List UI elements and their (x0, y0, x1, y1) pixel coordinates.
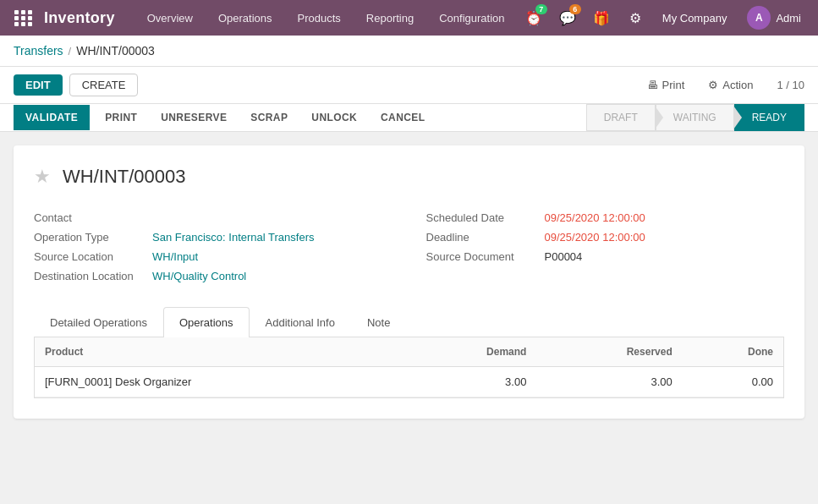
main-content: ★ WH/INT/00003 Contact Operation Type Sa… (0, 132, 818, 470)
source-location-value[interactable]: WH/Input (152, 250, 198, 263)
fields-left: Contact Operation Type San Francisco: In… (34, 208, 393, 286)
navbar-right: ⏰ 7 💬 6 🎁 ⚙ My Company A Admi (520, 3, 808, 33)
unlock-button[interactable]: UNLOCK (303, 105, 365, 130)
scheduled-date-label: Scheduled Date (426, 211, 536, 224)
form-card: ★ WH/INT/00003 Contact Operation Type Sa… (14, 145, 804, 419)
action-label: Action (722, 79, 753, 91)
gift-icon: 🎁 (593, 10, 610, 26)
create-button[interactable]: CREATE (69, 74, 139, 96)
grid-dots-icon (14, 10, 33, 26)
field-scheduled-date: Scheduled Date 09/25/2020 12:00:00 (426, 208, 785, 227)
print-icon: 🖶 (647, 79, 658, 91)
tab-additional-info[interactable]: Additional Info (250, 307, 351, 337)
nav-overview[interactable]: Overview (135, 5, 205, 31)
favorite-star-icon[interactable]: ★ (34, 166, 51, 188)
deadline-value: 09/25/2020 12:00:00 (545, 231, 645, 244)
clock-notification-btn[interactable]: ⏰ 7 (520, 4, 547, 31)
nav-operations[interactable]: Operations (206, 5, 284, 31)
breadcrumb-bar: Transfers / WH/INT/00003 (0, 36, 818, 67)
cell-demand: 3.00 (404, 367, 537, 397)
user-menu[interactable]: A Admi (740, 3, 808, 33)
settings-icon-btn[interactable]: ⚙ (622, 4, 649, 31)
status-bar: VALIDATE PRINT UNRESERVE SCRAP UNLOCK CA… (0, 104, 818, 132)
table-body: [FURN_0001] Desk Organizer 3.00 3.00 0.0… (35, 367, 783, 397)
chat-notification-btn[interactable]: 💬 6 (554, 4, 581, 31)
source-document-label: Source Document (426, 250, 536, 263)
form-title-row: ★ WH/INT/00003 (34, 166, 784, 188)
nav-configuration[interactable]: Configuration (427, 5, 516, 31)
operation-type-label: Operation Type (34, 231, 144, 244)
nav-products[interactable]: Products (286, 5, 353, 31)
field-deadline: Deadline 09/25/2020 12:00:00 (426, 227, 785, 247)
source-location-label: Source Location (34, 250, 144, 263)
cancel-button[interactable]: CANCEL (372, 105, 433, 130)
cell-done: 0.00 (683, 367, 783, 397)
status-steps: DRAFT WAITING READY (586, 104, 804, 131)
nav-reporting[interactable]: Reporting (354, 5, 425, 31)
cell-product: [FURN_0001] Desk Organizer (35, 367, 404, 397)
gear-icon: ⚙ (629, 10, 641, 26)
scrap-button[interactable]: SCRAP (242, 105, 296, 130)
tabs-bar: Detailed Operations Operations Additiona… (34, 306, 784, 337)
tab-note[interactable]: Note (351, 307, 406, 337)
table-header: Product Demand Reserved Done (35, 337, 783, 367)
cell-reserved: 3.00 (536, 367, 682, 397)
status-ready[interactable]: READY (734, 104, 804, 131)
contact-label: Contact (34, 211, 144, 224)
destination-location-value[interactable]: WH/Quality Control (152, 270, 246, 282)
breadcrumb-parent[interactable]: Transfers (14, 44, 63, 58)
form-title: WH/INT/00003 (63, 166, 186, 188)
app-grid-icon[interactable] (10, 4, 37, 31)
tab-operations[interactable]: Operations (163, 307, 250, 337)
navbar: Inventory Overview Operations Products R… (0, 0, 818, 36)
status-waiting[interactable]: WAITING (656, 104, 734, 131)
col-demand: Demand (404, 337, 537, 367)
col-product: Product (35, 337, 404, 367)
action-button[interactable]: ⚙ Action (700, 74, 761, 96)
operations-table: Product Demand Reserved Done [FURN_0001]… (35, 337, 783, 397)
deadline-label: Deadline (426, 231, 536, 244)
breadcrumb-separator: / (69, 45, 72, 58)
breadcrumb-current: WH/INT/00003 (76, 44, 155, 58)
company-name[interactable]: My Company (656, 8, 734, 28)
print-button[interactable]: 🖶 Print (639, 74, 694, 96)
cog-icon: ⚙ (708, 79, 718, 91)
tab-content-operations: Product Demand Reserved Done [FURN_0001]… (34, 337, 784, 398)
field-source-document: Source Document P00004 (426, 247, 785, 266)
scheduled-date-value: 09/25/2020 12:00:00 (545, 211, 645, 224)
col-reserved: Reserved (536, 337, 682, 367)
destination-location-label: Destination Location (34, 270, 144, 282)
navbar-menu: Overview Operations Products Reporting C… (135, 5, 520, 31)
form-fields: Contact Operation Type San Francisco: In… (34, 208, 784, 286)
app-brand: Inventory (44, 9, 115, 27)
validate-button[interactable]: VALIDATE (14, 105, 90, 130)
clock-badge: 7 (535, 4, 547, 14)
field-operation-type: Operation Type San Francisco: Internal T… (34, 227, 393, 247)
source-document-value: P00004 (545, 250, 583, 263)
user-name: Admi (776, 12, 801, 25)
status-draft[interactable]: DRAFT (586, 104, 656, 131)
print-label: Print (662, 79, 685, 91)
edit-button[interactable]: EDIT (14, 74, 63, 96)
print-status-button[interactable]: PRINT (96, 105, 145, 130)
page-counter: 1 / 10 (777, 79, 804, 91)
field-source-location: Source Location WH/Input (34, 247, 393, 266)
action-bar: EDIT CREATE 🖶 Print ⚙ Action 1 / 10 (0, 67, 818, 104)
fields-right: Scheduled Date 09/25/2020 12:00:00 Deadl… (426, 208, 785, 286)
user-avatar: A (747, 6, 771, 30)
operation-type-value[interactable]: San Francisco: Internal Transfers (152, 231, 314, 244)
field-destination-location: Destination Location WH/Quality Control (34, 266, 393, 286)
col-done: Done (683, 337, 783, 367)
field-contact: Contact (34, 208, 393, 227)
unreserve-button[interactable]: UNRESERVE (152, 105, 235, 130)
tab-detailed-operations[interactable]: Detailed Operations (34, 307, 163, 337)
gift-icon-btn[interactable]: 🎁 (588, 4, 615, 31)
table-row[interactable]: [FURN_0001] Desk Organizer 3.00 3.00 0.0… (35, 367, 783, 397)
chat-badge: 6 (569, 4, 581, 14)
